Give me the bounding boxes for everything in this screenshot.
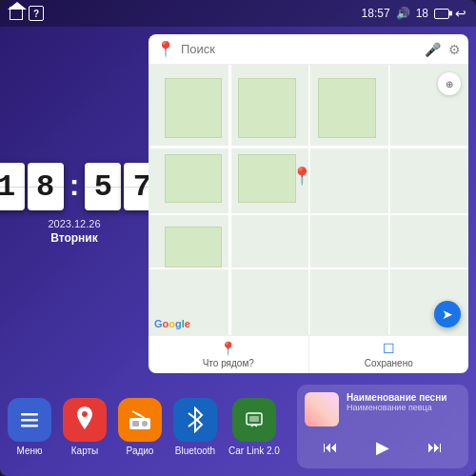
day-display: Вторник bbox=[48, 231, 100, 245]
map-road-v1 bbox=[228, 65, 231, 335]
map-search-bar: 📍 🎤 ⚙ bbox=[149, 34, 468, 65]
svg-rect-1 bbox=[21, 419, 38, 422]
mic-icon[interactable]: 🎤 bbox=[425, 42, 441, 57]
next-button[interactable]: ⏭ bbox=[422, 434, 448, 461]
main-screen: ? 18:57 🔊 18 ↩ 1 8 : 5 7 bbox=[0, 0, 476, 476]
svg-rect-7 bbox=[249, 416, 259, 422]
app-item-radio[interactable]: Радио bbox=[118, 398, 162, 456]
hours-group: 1 8 bbox=[0, 163, 64, 210]
carlink-app-label: Car Link 2.0 bbox=[228, 446, 280, 456]
album-art-inner bbox=[305, 392, 339, 426]
app-item-bluetooth[interactable]: Bluetooth bbox=[173, 398, 217, 456]
map-block bbox=[165, 227, 222, 268]
home-icon[interactable] bbox=[10, 7, 23, 20]
date-display: 2023.12.26 bbox=[48, 218, 100, 229]
bottom-area: Меню Карты bbox=[0, 381, 476, 476]
map-search-input[interactable] bbox=[181, 42, 419, 56]
map-settings-icon[interactable]: ⚙ bbox=[448, 42, 461, 57]
svg-rect-2 bbox=[21, 425, 38, 427]
volume-icon: 🔊 bbox=[396, 7, 410, 20]
hour-ones: 8 bbox=[28, 163, 64, 210]
map-tab-nearby-label: Что рядом? bbox=[203, 358, 254, 368]
music-top: Наименование песни Наименование певца bbox=[305, 392, 461, 426]
radio-app-label: Радио bbox=[127, 446, 154, 456]
prev-button[interactable]: ⏮ bbox=[317, 434, 344, 461]
bluetooth-app-icon bbox=[173, 398, 217, 442]
question-icon[interactable]: ? bbox=[29, 6, 44, 21]
music-artist: Наименование певца bbox=[347, 403, 461, 412]
maps-app-icon bbox=[63, 398, 107, 442]
date-info: 2023.12.26 Вторник bbox=[48, 218, 100, 245]
main-content: 1 8 : 5 7 2023.12.26 Вторник 📍 🎤 bbox=[0, 27, 476, 381]
menu-app-icon bbox=[8, 398, 51, 442]
map-panel: 📍 🎤 ⚙ bbox=[149, 34, 468, 373]
battery-icon bbox=[434, 9, 449, 19]
map-block bbox=[238, 78, 295, 137]
minute-tens: 5 bbox=[85, 163, 121, 210]
clock-panel: 1 8 : 5 7 2023.12.26 Вторник bbox=[8, 34, 141, 373]
svg-point-5 bbox=[142, 421, 148, 426]
map-zoom-button[interactable]: ⊕ bbox=[438, 72, 461, 95]
album-art bbox=[305, 392, 339, 426]
maps-app-label: Карты bbox=[71, 446, 99, 456]
time-display: 18:57 bbox=[362, 7, 390, 20]
map-area[interactable]: 📍 ⊕ ➤ Google bbox=[149, 65, 468, 335]
map-block bbox=[165, 154, 222, 203]
map-search-icons: 🎤 ⚙ bbox=[425, 42, 461, 57]
map-tab-nearby[interactable]: 📍 Что рядом? bbox=[149, 336, 309, 373]
map-block bbox=[165, 78, 222, 137]
music-controls: ⏮ ▶ ⏭ bbox=[305, 434, 461, 461]
hour-tens: 1 bbox=[0, 163, 25, 210]
map-tab-saved-label: Сохранено bbox=[365, 358, 413, 368]
saved-icon: ☐ bbox=[383, 341, 395, 356]
music-title: Наименование песни bbox=[347, 392, 461, 403]
map-tab-saved[interactable]: ☐ Сохранено bbox=[309, 336, 469, 373]
battery-level: 18 bbox=[416, 7, 428, 20]
music-player: Наименование песни Наименование певца ⏮ … bbox=[297, 385, 468, 468]
play-button[interactable]: ▶ bbox=[369, 434, 396, 461]
flip-clock: 1 8 : 5 7 bbox=[0, 163, 160, 210]
app-item-maps[interactable]: Карты bbox=[63, 398, 107, 456]
back-arrow-icon[interactable]: ↩ bbox=[455, 6, 466, 21]
status-right: 18:57 🔊 18 ↩ bbox=[362, 6, 466, 21]
svg-rect-4 bbox=[132, 421, 139, 426]
menu-app-label: Меню bbox=[16, 446, 42, 456]
radio-app-icon bbox=[118, 398, 162, 442]
status-left: ? bbox=[10, 6, 44, 21]
google-logo: Google bbox=[154, 318, 190, 329]
svg-rect-0 bbox=[21, 413, 38, 416]
nearby-icon: 📍 bbox=[220, 341, 236, 356]
status-bar: ? 18:57 🔊 18 ↩ bbox=[0, 0, 476, 27]
music-info: Наименование песни Наименование певца bbox=[347, 392, 461, 426]
map-pin-icon: 📍 bbox=[156, 40, 175, 58]
map-marker: 📍 bbox=[291, 166, 312, 187]
map-road-v3 bbox=[388, 65, 390, 335]
app-item-carlink[interactable]: Car Link 2.0 bbox=[228, 398, 280, 456]
time-colon: : bbox=[69, 168, 80, 203]
map-block bbox=[238, 154, 295, 203]
map-navigate-button[interactable]: ➤ bbox=[434, 301, 461, 327]
map-block bbox=[318, 78, 375, 137]
app-item-menu[interactable]: Меню bbox=[8, 398, 51, 456]
carlink-app-icon bbox=[232, 398, 276, 442]
map-bottom-tabs: 📍 Что рядом? ☐ Сохранено bbox=[149, 335, 468, 373]
bluetooth-app-label: Bluetooth bbox=[175, 446, 215, 456]
map-road-v2 bbox=[308, 65, 310, 335]
app-icons-bar: Меню Карты bbox=[8, 385, 289, 468]
